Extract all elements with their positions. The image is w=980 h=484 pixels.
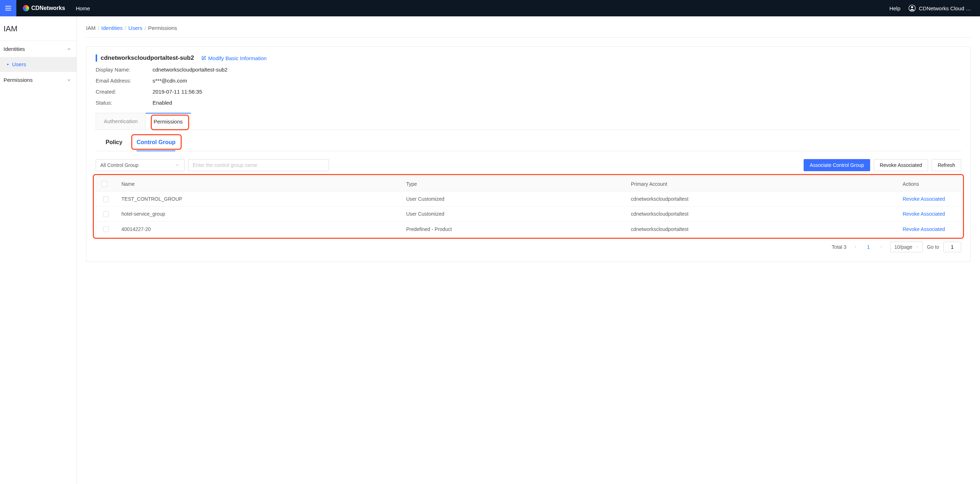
nav-home-link[interactable]: Home <box>69 5 96 11</box>
cell-type: Predefined - Product <box>400 221 625 236</box>
detail-title: cdnetworkscloudportaltest-sub2 <box>95 54 194 62</box>
table-row: 40014227-20 Predefined - Product cdnetwo… <box>96 221 961 236</box>
pagination-goto-label: Go to <box>927 244 939 250</box>
row-checkbox[interactable] <box>103 196 109 202</box>
status-value: Enabled <box>153 100 961 106</box>
user-menu[interactable]: CDNetworks Cloud Po... <box>905 4 980 12</box>
sidebar-item-label: Users <box>12 61 26 67</box>
row-checkbox[interactable] <box>103 211 109 217</box>
hamburger-icon <box>4 4 12 12</box>
chevron-down-icon <box>915 245 919 249</box>
breadcrumb-users-link[interactable]: Users <box>128 25 142 31</box>
created-label: Created: <box>95 89 153 95</box>
pagination: Total 3 1 10/page Go to <box>95 242 961 252</box>
sidebar-group-label: Permissions <box>3 77 33 83</box>
created-value: 2019-07-11 11:56:35 <box>153 89 961 95</box>
row-revoke-link[interactable]: Revoke Associated <box>903 211 945 217</box>
row-revoke-link[interactable]: Revoke Associated <box>903 196 945 202</box>
cell-name: 40014227-20 <box>116 221 401 236</box>
email-label: Email Address: <box>95 78 153 84</box>
cell-type: User Customized <box>400 206 625 221</box>
chevron-right-icon <box>879 245 883 249</box>
breadcrumb-separator: / <box>144 25 146 31</box>
brand-logo-icon <box>23 5 29 11</box>
info-grid: Display Name: cdnetworkscloudportaltest-… <box>95 67 961 106</box>
email-value: s***@cdn.com <box>153 78 961 84</box>
pagination-goto-input[interactable] <box>943 242 961 252</box>
tabs-level2: Policy Control Group <box>95 135 961 151</box>
table-row: TEST_CONTROL_GROUP User Customized cdnet… <box>96 192 961 206</box>
control-group-filter-select[interactable]: All Control Group <box>95 159 185 171</box>
chevron-down-icon <box>175 163 180 168</box>
nav-help-link[interactable]: Help <box>885 5 905 11</box>
user-avatar-icon <box>908 4 916 12</box>
breadcrumb-root: IAM <box>86 25 95 31</box>
tab-permissions[interactable]: Permissions <box>145 113 191 129</box>
sidebar-item-users[interactable]: Users <box>0 57 76 72</box>
control-group-table: Name Type Primary Account Actions TEST_C… <box>95 176 961 236</box>
sidebar-group-permissions[interactable]: Permissions <box>0 72 76 88</box>
tab-authentication[interactable]: Authentication <box>95 113 146 129</box>
col-name: Name <box>116 177 401 192</box>
cell-name: TEST_CONTROL_GROUP <box>116 192 401 206</box>
main-content: IAM / Identities / Users / Permissions c… <box>77 16 980 484</box>
display-name-label: Display Name: <box>95 67 153 73</box>
breadcrumb: IAM / Identities / Users / Permissions <box>86 25 971 38</box>
edit-icon <box>201 56 206 61</box>
associate-control-group-button[interactable]: Associate Control Group <box>803 159 870 171</box>
modify-info-label: Modify Basic Information <box>208 55 267 61</box>
modify-info-link[interactable]: Modify Basic Information <box>201 55 267 61</box>
sidebar: IAM Identities Users Permissions <box>0 16 77 484</box>
chevron-up-icon <box>67 46 72 52</box>
table-row: hotel-service_group User Customized cdne… <box>96 206 961 221</box>
pagination-total: Total 3 <box>832 244 846 250</box>
tabs-level2-wrap: Policy Control Group <box>95 135 961 151</box>
pagination-next[interactable] <box>876 242 886 252</box>
refresh-button[interactable]: Refresh <box>932 159 961 171</box>
col-actions: Actions <box>897 177 961 192</box>
sidebar-title: IAM <box>0 16 76 41</box>
status-label: Status: <box>95 100 153 106</box>
breadcrumb-current: Permissions <box>148 25 177 31</box>
page-size-value: 10/page <box>894 244 912 250</box>
control-group-name-input[interactable] <box>188 159 329 171</box>
brand-block[interactable]: CDNetworks <box>16 5 69 11</box>
sidebar-group-label: Identities <box>3 46 25 52</box>
select-all-checkbox[interactable] <box>102 181 107 187</box>
chevron-left-icon <box>853 245 858 249</box>
tab-control-group[interactable]: Control Group <box>137 135 175 151</box>
bullet-icon <box>7 64 8 65</box>
cell-primary-account: cdnetworkscloudportaltest <box>625 221 897 236</box>
user-label: CDNetworks Cloud Po... <box>919 5 974 11</box>
col-type: Type <box>400 177 625 192</box>
sidebar-group-identities[interactable]: Identities <box>0 41 76 57</box>
table-wrap: Name Type Primary Account Actions TEST_C… <box>95 176 961 236</box>
cell-type: User Customized <box>400 192 625 206</box>
row-checkbox[interactable] <box>103 226 109 232</box>
tabs-level1: Authentication Permissions <box>95 113 961 130</box>
svg-point-4 <box>911 6 913 8</box>
breadcrumb-identities-link[interactable]: Identities <box>101 25 123 31</box>
brand-label: CDNetworks <box>31 5 65 11</box>
display-name-value: cdnetworkscloudportaltest-sub2 <box>153 67 961 73</box>
breadcrumb-separator: / <box>125 25 126 31</box>
detail-card: cdnetworkscloudportaltest-sub2 Modify Ba… <box>86 46 971 262</box>
cell-primary-account: cdnetworkscloudportaltest <box>625 206 897 221</box>
tab-policy[interactable]: Policy <box>106 135 123 151</box>
top-header: CDNetworks Home Help CDNetworks Cloud Po… <box>0 0 980 16</box>
chevron-down-icon <box>67 78 72 83</box>
breadcrumb-separator: / <box>98 25 99 31</box>
select-value: All Control Group <box>100 162 138 168</box>
cell-name: hotel-service_group <box>116 206 401 221</box>
col-primary-account: Primary Account <box>625 177 897 192</box>
row-revoke-link[interactable]: Revoke Associated <box>903 226 945 232</box>
action-bar: All Control Group Associate Control Grou… <box>95 159 961 171</box>
pagination-page-1[interactable]: 1 <box>865 244 872 250</box>
revoke-associated-button[interactable]: Revoke Associated <box>874 159 928 171</box>
pagination-prev[interactable] <box>851 242 861 252</box>
pagination-page-size-select[interactable]: 10/page <box>890 242 923 252</box>
hamburger-button[interactable] <box>0 0 16 16</box>
cell-primary-account: cdnetworkscloudportaltest <box>625 192 897 206</box>
